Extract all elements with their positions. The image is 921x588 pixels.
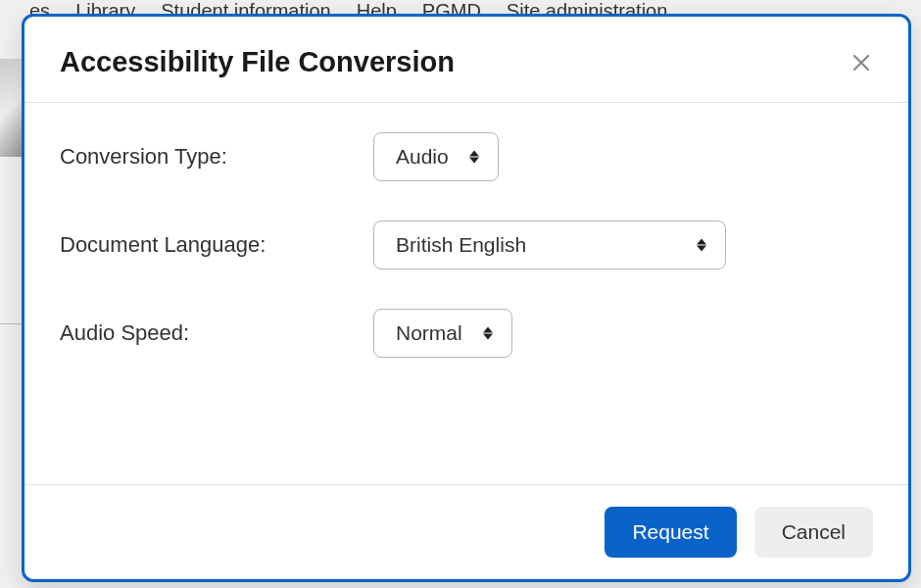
background-image-fragment bbox=[0, 59, 22, 157]
close-button[interactable] bbox=[846, 47, 877, 78]
audio-speed-row: Audio Speed: Normal bbox=[60, 309, 873, 358]
dialog-footer: Request Cancel bbox=[24, 485, 908, 579]
conversion-type-label: Conversion Type: bbox=[60, 144, 373, 170]
close-icon bbox=[852, 54, 870, 72]
dialog-header: Accessibility File Conversion bbox=[24, 17, 908, 102]
background-divider bbox=[0, 323, 22, 324]
audio-speed-value: Normal bbox=[373, 309, 512, 358]
request-button[interactable]: Request bbox=[605, 507, 736, 558]
document-language-select[interactable]: British English bbox=[373, 220, 726, 270]
conversion-type-select[interactable]: Audio bbox=[373, 132, 499, 181]
document-language-row: Document Language: British English bbox=[60, 220, 873, 270]
dialog-body: Conversion Type: Audio Document Language… bbox=[24, 103, 908, 484]
accessibility-conversion-dialog: Accessibility File Conversion Conversion… bbox=[22, 14, 911, 582]
audio-speed-label: Audio Speed: bbox=[60, 320, 373, 346]
dialog-title: Accessibility File Conversion bbox=[60, 46, 455, 78]
conversion-type-row: Conversion Type: Audio bbox=[60, 132, 873, 181]
cancel-button[interactable]: Cancel bbox=[754, 507, 873, 558]
audio-speed-select[interactable]: Normal bbox=[373, 309, 512, 358]
document-language-value: British English bbox=[373, 220, 726, 270]
document-language-label: Document Language: bbox=[60, 232, 373, 258]
conversion-type-value: Audio bbox=[373, 132, 499, 181]
